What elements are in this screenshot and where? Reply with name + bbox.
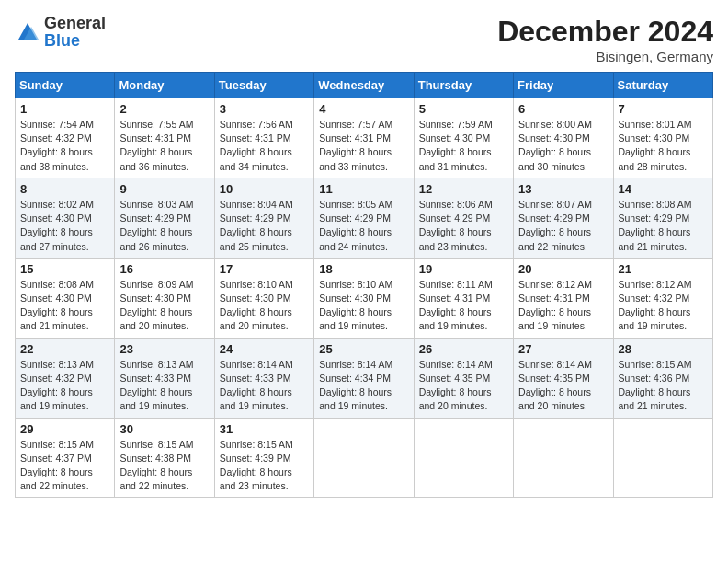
calendar-cell: 11Sunrise: 8:05 AMSunset: 4:29 PMDayligh… [314,178,414,258]
sunset-text: Sunset: 4:30 PM [619,132,690,144]
daylight-text: and 21 minutes. [619,241,688,252]
sunrise-text: Sunrise: 8:00 AM [518,119,592,130]
day-number: 16 [119,262,209,276]
sunset-text: Sunset: 4:31 PM [119,132,191,144]
calendar-cell: 29Sunrise: 8:15 AMSunset: 4:37 PMDayligh… [16,418,115,498]
sunset-text: Sunset: 4:38 PM [119,453,191,464]
daylight-text: Daylight: 8 hours [20,146,93,157]
day-number: 5 [419,102,508,116]
calendar-cell: 27Sunrise: 8:14 AMSunset: 4:35 PMDayligh… [514,338,613,418]
daylight-text: Daylight: 8 hours [518,306,591,317]
daylight-text: and 30 minutes. [518,161,587,172]
daylight-text: and 38 minutes. [20,161,89,172]
sunrise-text: Sunrise: 8:15 AM [119,439,193,450]
sunset-text: Sunset: 4:39 PM [220,453,291,464]
daylight-text: and 34 minutes. [220,161,289,172]
day-number: 22 [20,342,109,356]
calendar-cell: 17Sunrise: 8:10 AMSunset: 4:30 PMDayligh… [214,258,313,338]
sunset-text: Sunset: 4:29 PM [119,213,191,224]
day-info: Sunrise: 8:05 AMSunset: 4:29 PMDaylight:… [319,198,408,254]
sunrise-text: Sunrise: 8:08 AM [619,199,692,210]
day-info: Sunrise: 8:14 AMSunset: 4:35 PMDaylight:… [518,358,608,414]
logo-text-blue: Blue [44,31,80,50]
sunrise-text: Sunrise: 8:12 AM [518,279,592,290]
daylight-text: Daylight: 8 hours [419,146,492,157]
daylight-text: and 19 minutes. [319,320,388,331]
weekday-header-monday: Monday [115,73,214,98]
day-info: Sunrise: 8:14 AMSunset: 4:33 PMDaylight:… [220,358,309,414]
calendar-cell: 25Sunrise: 8:14 AMSunset: 4:34 PMDayligh… [314,338,414,418]
day-info: Sunrise: 8:12 AMSunset: 4:32 PMDaylight:… [619,278,708,334]
daylight-text: Daylight: 8 hours [619,226,691,237]
daylight-text: and 20 minutes. [518,400,587,411]
day-number: 9 [119,182,209,196]
sunrise-text: Sunrise: 8:02 AM [20,199,94,210]
daylight-text: Daylight: 8 hours [119,146,192,157]
calendar-cell: 10Sunrise: 8:04 AMSunset: 4:29 PMDayligh… [214,178,313,258]
weekday-header-wednesday: Wednesday [314,73,414,98]
sunrise-text: Sunrise: 8:09 AM [119,279,193,290]
daylight-text: Daylight: 8 hours [518,386,591,397]
calendar-cell: 1Sunrise: 7:54 AMSunset: 4:32 PMDaylight… [16,98,115,178]
calendar-cell [314,418,414,498]
day-info: Sunrise: 8:07 AMSunset: 4:29 PMDaylight:… [518,198,608,254]
day-number: 25 [319,342,408,356]
day-number: 12 [419,182,508,196]
calendar-cell: 2Sunrise: 7:55 AMSunset: 4:31 PMDaylight… [115,98,214,178]
logo: General Blue [15,15,106,50]
sunrise-text: Sunrise: 8:03 AM [119,199,193,210]
day-number: 19 [419,262,508,276]
daylight-text: Daylight: 8 hours [319,226,392,237]
daylight-text: Daylight: 8 hours [20,386,93,397]
sunrise-text: Sunrise: 8:13 AM [119,359,193,370]
daylight-text: Daylight: 8 hours [518,146,591,157]
daylight-text: Daylight: 8 hours [220,386,292,397]
calendar-cell: 23Sunrise: 8:13 AMSunset: 4:33 PMDayligh… [115,338,214,418]
day-info: Sunrise: 8:15 AMSunset: 4:39 PMDaylight:… [220,438,309,494]
sunrise-text: Sunrise: 8:04 AM [220,199,293,210]
daylight-text: and 19 minutes. [20,400,89,411]
calendar-cell: 8Sunrise: 8:02 AMSunset: 4:30 PMDaylight… [16,178,115,258]
daylight-text: and 28 minutes. [619,161,688,172]
day-number: 3 [220,102,309,116]
daylight-text: and 31 minutes. [419,161,488,172]
calendar-cell: 19Sunrise: 8:11 AMSunset: 4:31 PMDayligh… [414,258,513,338]
calendar-cell: 4Sunrise: 7:57 AMSunset: 4:31 PMDaylight… [314,98,414,178]
day-number: 4 [319,102,408,116]
calendar-cell: 18Sunrise: 8:10 AMSunset: 4:30 PMDayligh… [314,258,414,338]
day-info: Sunrise: 8:04 AMSunset: 4:29 PMDaylight:… [220,198,309,254]
daylight-text: Daylight: 8 hours [619,386,691,397]
day-number: 15 [20,262,109,276]
sunset-text: Sunset: 4:29 PM [319,213,391,224]
daylight-text: and 23 minutes. [419,241,488,252]
sunrise-text: Sunrise: 7:56 AM [220,119,293,130]
sunrise-text: Sunrise: 8:10 AM [319,279,392,290]
calendar-cell: 24Sunrise: 8:14 AMSunset: 4:33 PMDayligh… [214,338,313,418]
weekday-header-saturday: Saturday [613,73,712,98]
day-info: Sunrise: 8:08 AMSunset: 4:29 PMDaylight:… [619,198,708,254]
sunrise-text: Sunrise: 8:12 AM [619,279,692,290]
day-info: Sunrise: 8:10 AMSunset: 4:30 PMDaylight:… [220,278,309,334]
daylight-text: Daylight: 8 hours [220,466,292,477]
sunrise-text: Sunrise: 8:15 AM [619,359,692,370]
calendar-cell: 28Sunrise: 8:15 AMSunset: 4:36 PMDayligh… [613,338,712,418]
calendar-cell: 15Sunrise: 8:08 AMSunset: 4:30 PMDayligh… [16,258,115,338]
daylight-text: and 19 minutes. [319,400,388,411]
sunrise-text: Sunrise: 8:14 AM [319,359,392,370]
daylight-text: and 20 minutes. [419,400,488,411]
day-info: Sunrise: 7:59 AMSunset: 4:30 PMDaylight:… [419,118,508,174]
sunset-text: Sunset: 4:35 PM [518,373,590,384]
calendar-week-5: 29Sunrise: 8:15 AMSunset: 4:37 PMDayligh… [16,418,713,498]
daylight-text: and 20 minutes. [220,320,289,331]
daylight-text: Daylight: 8 hours [119,306,192,317]
daylight-text: and 26 minutes. [119,241,188,252]
daylight-text: Daylight: 8 hours [619,306,691,317]
sunrise-text: Sunrise: 8:10 AM [220,279,293,290]
daylight-text: Daylight: 8 hours [518,226,591,237]
daylight-text: and 24 minutes. [319,241,388,252]
daylight-text: and 33 minutes. [319,161,388,172]
day-info: Sunrise: 8:11 AMSunset: 4:31 PMDaylight:… [419,278,508,334]
daylight-text: and 36 minutes. [119,161,188,172]
sunset-text: Sunset: 4:32 PM [20,132,92,144]
sunrise-text: Sunrise: 8:14 AM [518,359,592,370]
